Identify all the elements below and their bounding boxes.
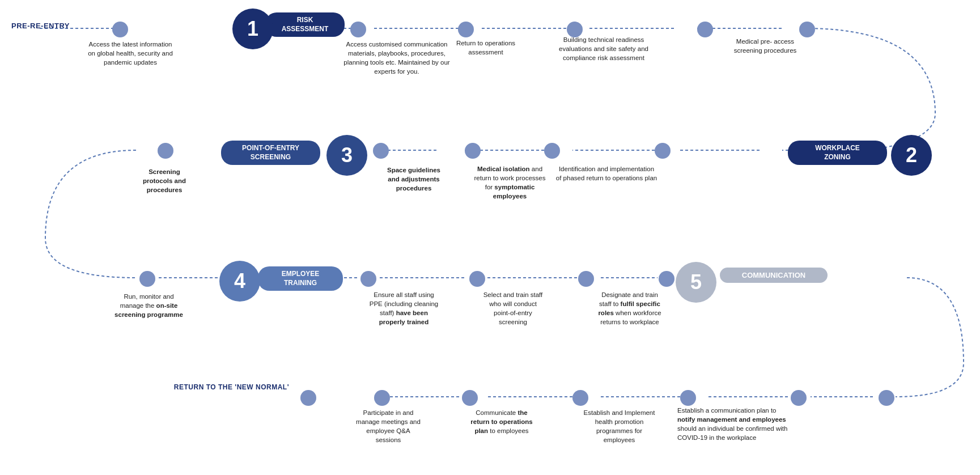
step4-circle: 4 — [219, 261, 260, 302]
txt-access-latest: Access the latest information on global … — [85, 40, 176, 67]
dot-r3-5 — [659, 271, 674, 287]
dot-r4-7 — [879, 390, 894, 406]
dot-r3-4 — [578, 271, 594, 287]
dot-r2-1 — [158, 143, 173, 159]
dot-r2-2 — [373, 143, 389, 159]
dot-r2-5 — [655, 143, 671, 159]
step1-circle: 1 — [232, 9, 273, 49]
txt-building-tech: Building technical readiness evaluations… — [550, 35, 657, 62]
dot-r3-1 — [139, 271, 155, 287]
dot-r4-3 — [462, 390, 478, 406]
step5-circle: 5 — [676, 262, 716, 303]
connector-lines — [0, 0, 980, 475]
dot-r4-5 — [680, 390, 696, 406]
txt-medical-pre: Medical pre- access screening procedures — [726, 37, 805, 55]
txt-space-guidelines: Space guidelinesand adjustmentsprocedure… — [366, 166, 462, 193]
dot-r3-3 — [469, 271, 485, 287]
txt-medical-isolation: Medical isolation andreturn to work proc… — [460, 164, 559, 201]
txt-access-customised: Access customised communication material… — [340, 40, 453, 76]
txt-establish-health: Establish and Implementhealth promotionp… — [567, 408, 672, 444]
txt-run-monitor: Run, monitor andmanage the on-sitescreen… — [99, 292, 198, 319]
dot-r1-3 — [458, 22, 474, 37]
dot-r4-2 — [374, 390, 390, 406]
txt-ensure-staff: Ensure all staff usingPPE (including cle… — [351, 290, 456, 326]
txt-select-train: Select and train staffwho will conductpo… — [465, 290, 561, 326]
dot-r4-6 — [791, 390, 807, 406]
dot-r4-4 — [572, 390, 588, 406]
step5-label: COMMUNICATION — [720, 268, 828, 283]
step4-label: EMPLOYEE TRAINING — [258, 266, 343, 291]
pre-re-entry-label: PRE-RE-ENTRY — [11, 22, 70, 30]
txt-communicate-return: Communicate thereturn to operationsplan … — [453, 408, 550, 435]
txt-designate-train: Designate and trainstaff to fulfil speci… — [576, 290, 684, 326]
txt-establish-comm: Establish a communication plan to notify… — [677, 406, 819, 442]
dot-r2-3 — [465, 143, 481, 159]
return-normal-label: RETURN TO THE 'NEW NORMAL' — [159, 383, 289, 392]
step3-circle: 3 — [326, 135, 367, 176]
dot-r2-4 — [544, 143, 560, 159]
dot-r1-5 — [697, 22, 713, 37]
dot-r3-2 — [360, 271, 376, 287]
txt-return-ops: Return to operations assessment — [449, 39, 523, 57]
step2-label: WORKPLACE ZONING — [788, 141, 887, 165]
txt-identification: Identification and implementation of pha… — [555, 164, 657, 183]
txt-screening-protocols: Screeningprotocols andprocedures — [125, 167, 204, 194]
dot-r1-6 — [799, 22, 815, 37]
diagram: PRE-RE-ENTRY 1 RISK ASSESSMENT 2 WORKPLA… — [0, 0, 980, 475]
txt-participate: Participate in andmanage meetings andemp… — [337, 408, 439, 444]
step1-label: RISK ASSESSMENT — [265, 12, 345, 37]
step3-label: POINT-OF-ENTRY SCREENING — [221, 141, 320, 165]
dot-r1-2 — [350, 22, 366, 37]
step2-circle: 2 — [891, 135, 932, 176]
dot-r4-1 — [300, 390, 316, 406]
dot-r1-1 — [112, 22, 128, 37]
